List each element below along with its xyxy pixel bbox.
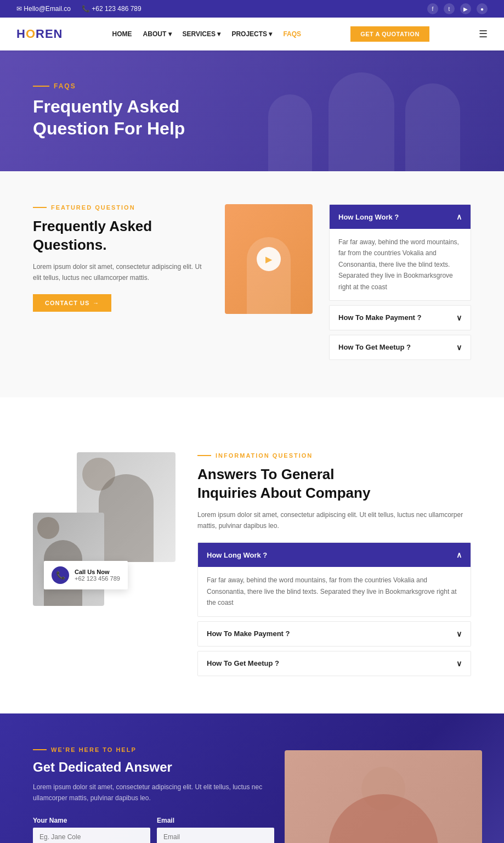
youtube-icon[interactable]: ▶ (460, 3, 471, 14)
call-card[interactable]: 📞 Call Us Now +62 123 456 789 (44, 561, 128, 589)
cta-left: WE'RE HERE TO HELP Get Dedicated Answer … (33, 746, 274, 844)
accordion-item-2: How To Make Payment ? ∨ (329, 305, 471, 330)
facebook-icon[interactable]: f (427, 3, 438, 14)
arrow-icon: → (93, 300, 99, 306)
featured-video-thumbnail: ▶ (225, 204, 313, 314)
accordion-header-1[interactable]: How Long Work ? ∧ (330, 205, 471, 229)
topbar-social: f t ▶ ● (427, 3, 488, 14)
hero-title: Frequently Asked Question For Help (33, 95, 185, 139)
hero-content: FAQS Frequently Asked Question For Help (33, 82, 185, 139)
contact-us-button[interactable]: CONTACT US → (33, 294, 111, 312)
nav-projects[interactable]: PROJECTS ▾ (231, 30, 272, 38)
name-field-group: Your Name (33, 817, 150, 843)
general-accordion-item-1: How Long Work ? ∧ Far far away, behind t… (197, 542, 471, 616)
general-description: Lorem ipsum dolor sit amet, consectetur … (197, 509, 471, 532)
cta-title: Get Dedicated Answer (33, 760, 274, 775)
general-images: 📞 Call Us Now +62 123 456 789 (33, 452, 175, 606)
general-chevron-down-icon-3: ∨ (456, 659, 462, 668)
general-accordion-header-3[interactable]: How To Get Meetup ? ∨ (198, 651, 471, 676)
cta-tag: WE'RE HERE TO HELP (33, 746, 274, 753)
general-accordion-item-2: How To Make Payment ? ∨ (197, 621, 471, 647)
accordion-item-3: How To Get Meetup ? ∨ (329, 335, 471, 360)
cta-person-image (285, 750, 482, 843)
twitter-icon[interactable]: t (444, 3, 455, 14)
cta-section: WE'RE HERE TO HELP Get Dedicated Answer … (0, 713, 504, 844)
topbar-email: ✉ Hello@Email.co (16, 5, 71, 13)
cta-description: Lorem ipsum dolor sit amet, consectetur … (33, 782, 274, 804)
play-button[interactable]: ▶ (257, 247, 281, 271)
name-label: Your Name (33, 817, 150, 824)
general-chevron-down-icon-2: ∨ (456, 630, 462, 638)
email-field-group: Email (157, 817, 274, 843)
general-accordion-item-3: How To Get Meetup ? ∨ (197, 651, 471, 676)
chevron-down-icon-3: ∨ (456, 343, 462, 352)
call-info: Call Us Now +62 123 456 789 (75, 569, 120, 582)
get-quotation-button[interactable]: GET A QUOTATION (350, 26, 429, 42)
call-icon: 📞 (52, 566, 69, 584)
nav-services[interactable]: SERVICES ▾ (183, 30, 221, 38)
form-row-1: Your Name Email (33, 817, 274, 843)
email-icon: ✉ (16, 5, 22, 13)
navbar: HOREN HOME ABOUT ▾ SERVICES ▾ PROJECTS ▾… (0, 18, 504, 50)
nav-home[interactable]: HOME (112, 30, 132, 38)
cta-right (291, 746, 471, 844)
hero-decoration (202, 50, 504, 171)
email-label: Email (157, 817, 274, 824)
general-section-tag: INFORMATION QUESTION (197, 452, 471, 459)
general-accordion-header-1[interactable]: How Long Work ? ∧ (198, 543, 471, 567)
general-accordion-header-2[interactable]: How To Make Payment ? ∨ (198, 622, 471, 646)
email-input[interactable] (157, 828, 274, 843)
social-icon-4[interactable]: ● (477, 3, 488, 14)
general-right: INFORMATION QUESTION Answers To General … (197, 452, 471, 681)
logo[interactable]: HOREN (16, 27, 63, 41)
featured-section-tag: FEATURED QUESTION (33, 204, 208, 211)
phone-icon: 📞 (82, 5, 90, 13)
accordion-body-1: Far far away, behind the word mountains,… (330, 229, 471, 300)
general-accordion-body-1: Far far away, behind the word mountains,… (198, 567, 471, 616)
name-input[interactable] (33, 828, 150, 843)
topbar-contact-info: ✉ Hello@Email.co 📞 +62 123 486 789 (16, 5, 141, 13)
hero-section: FAQS Frequently Asked Question For Help (0, 50, 504, 171)
section-spacer (0, 397, 504, 419)
faq-featured-section: FEATURED QUESTION Frequently Asked Quest… (0, 171, 504, 397)
hero-tag: FAQS (33, 82, 185, 90)
nav-links: HOME ABOUT ▾ SERVICES ▾ PROJECTS ▾ FAQS (112, 30, 302, 38)
featured-image: ▶ (225, 204, 313, 314)
nav-about[interactable]: ABOUT ▾ (143, 30, 172, 38)
topbar-phone: 📞 +62 123 486 789 (82, 5, 141, 13)
faq-general-section: 📞 Call Us Now +62 123 456 789 INFORMATIO… (0, 419, 504, 713)
featured-title: Frequently Asked Questions. (33, 217, 208, 255)
accordion-item-1: How Long Work ? ∧ Far far away, behind t… (329, 204, 471, 301)
chevron-up-icon: ∧ (456, 212, 462, 221)
general-title: Answers To General Inquiries About Compa… (197, 465, 471, 503)
accordion-header-2[interactable]: How To Make Payment ? ∨ (330, 306, 471, 330)
faq-featured-left: FEATURED QUESTION Frequently Asked Quest… (33, 204, 208, 312)
accordion-header-3[interactable]: How To Get Meetup ? ∨ (330, 335, 471, 359)
hamburger-icon[interactable]: ☰ (479, 28, 488, 40)
topbar: ✉ Hello@Email.co 📞 +62 123 486 789 f t ▶… (0, 0, 504, 18)
faq-accordion: How Long Work ? ∧ Far far away, behind t… (329, 204, 471, 364)
nav-faqs[interactable]: FAQS (283, 30, 301, 38)
general-chevron-up-icon: ∧ (456, 550, 462, 559)
featured-description: Lorem ipsum dolor sit amet, consectetur … (33, 261, 208, 284)
chevron-down-icon: ∨ (456, 313, 462, 322)
general-image-secondary (33, 513, 104, 606)
